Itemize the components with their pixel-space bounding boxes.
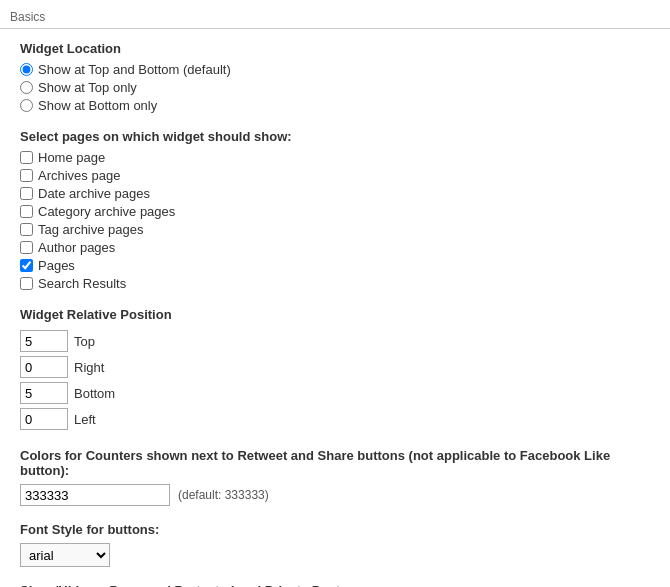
colors-default-text: (default: 333333) bbox=[178, 488, 269, 502]
font-style-select[interactable]: arial verdana georgia times bbox=[20, 543, 110, 567]
checkbox-home-label: Home page bbox=[38, 150, 105, 165]
radio-top-input[interactable] bbox=[20, 81, 33, 94]
show-hide-password-label: Show/Hide on Password Protected and Priv… bbox=[20, 583, 650, 587]
checkbox-tag-label: Tag archive pages bbox=[38, 222, 144, 237]
checkbox-tag-input[interactable] bbox=[20, 223, 33, 236]
radio-bottom-input[interactable] bbox=[20, 99, 33, 112]
checkbox-search-input[interactable] bbox=[20, 277, 33, 290]
radio-top-bottom-input[interactable] bbox=[20, 63, 33, 76]
position-bottom-input[interactable] bbox=[20, 382, 68, 404]
position-top-row: Top bbox=[20, 328, 121, 354]
pages-select-label: Select pages on which widget should show… bbox=[20, 129, 650, 144]
position-left-row: Left bbox=[20, 406, 121, 432]
widget-location-group: Widget Location Show at Top and Bottom (… bbox=[20, 41, 650, 113]
font-style-group: Font Style for buttons: arial verdana ge… bbox=[20, 522, 650, 567]
checkbox-date-label: Date archive pages bbox=[38, 186, 150, 201]
checkbox-home-input[interactable] bbox=[20, 151, 33, 164]
position-right-row: Right bbox=[20, 354, 121, 380]
position-bottom-row: Bottom bbox=[20, 380, 121, 406]
radio-bottom-only[interactable]: Show at Bottom only bbox=[20, 98, 650, 113]
radio-top-bottom-label: Show at Top and Bottom (default) bbox=[38, 62, 231, 77]
checkbox-date-input[interactable] bbox=[20, 187, 33, 200]
font-style-label: Font Style for buttons: bbox=[20, 522, 650, 537]
radio-top-bottom[interactable]: Show at Top and Bottom (default) bbox=[20, 62, 650, 77]
checkbox-pages-label: Pages bbox=[38, 258, 75, 273]
checkbox-archives-label: Archives page bbox=[38, 168, 120, 183]
colors-label: Colors for Counters shown next to Retwee… bbox=[20, 448, 650, 478]
show-hide-password-group: Show/Hide on Password Protected and Priv… bbox=[20, 583, 650, 587]
radio-top-only[interactable]: Show at Top only bbox=[20, 80, 650, 95]
checkbox-tag[interactable]: Tag archive pages bbox=[20, 222, 650, 237]
checkbox-archives-input[interactable] bbox=[20, 169, 33, 182]
colors-input[interactable] bbox=[20, 484, 170, 506]
position-right-input[interactable] bbox=[20, 356, 68, 378]
position-top-input[interactable] bbox=[20, 330, 68, 352]
colors-group: Colors for Counters shown next to Retwee… bbox=[20, 448, 650, 506]
relative-position-group: Widget Relative Position Top Right Botto… bbox=[20, 307, 650, 432]
checkbox-category[interactable]: Category archive pages bbox=[20, 204, 650, 219]
checkbox-pages[interactable]: Pages bbox=[20, 258, 650, 273]
position-left-label: Left bbox=[74, 406, 121, 432]
checkbox-author-label: Author pages bbox=[38, 240, 115, 255]
checkbox-author[interactable]: Author pages bbox=[20, 240, 650, 255]
checkbox-category-input[interactable] bbox=[20, 205, 33, 218]
checkbox-search[interactable]: Search Results bbox=[20, 276, 650, 291]
position-bottom-label: Bottom bbox=[74, 380, 121, 406]
checkbox-author-input[interactable] bbox=[20, 241, 33, 254]
relative-position-label: Widget Relative Position bbox=[20, 307, 650, 322]
widget-location-label: Widget Location bbox=[20, 41, 650, 56]
checkbox-date[interactable]: Date archive pages bbox=[20, 186, 650, 201]
radio-top-label: Show at Top only bbox=[38, 80, 137, 95]
radio-bottom-label: Show at Bottom only bbox=[38, 98, 157, 113]
position-table: Top Right Bottom Left bbox=[20, 328, 121, 432]
checkbox-home[interactable]: Home page bbox=[20, 150, 650, 165]
position-left-input[interactable] bbox=[20, 408, 68, 430]
checkbox-pages-input[interactable] bbox=[20, 259, 33, 272]
position-right-label: Right bbox=[74, 354, 121, 380]
checkbox-category-label: Category archive pages bbox=[38, 204, 175, 219]
section-header: Basics bbox=[0, 10, 670, 29]
pages-select-group: Select pages on which widget should show… bbox=[20, 129, 650, 291]
position-top-label: Top bbox=[74, 328, 121, 354]
checkbox-archives[interactable]: Archives page bbox=[20, 168, 650, 183]
checkbox-search-label: Search Results bbox=[38, 276, 126, 291]
